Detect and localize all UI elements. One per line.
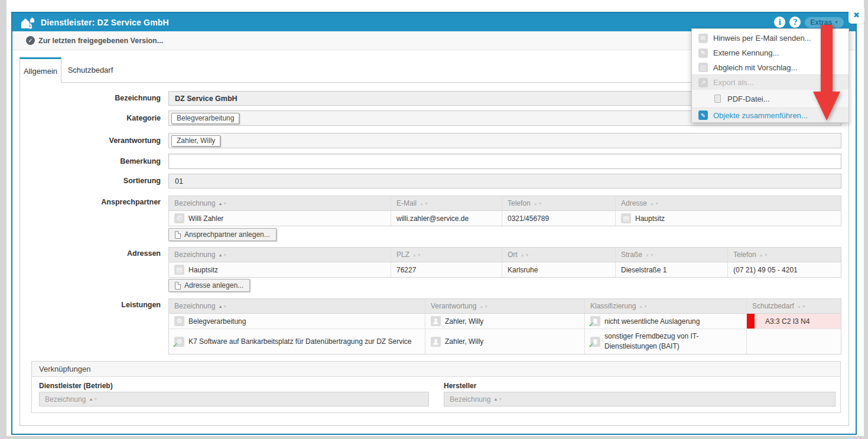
verantwortung-field[interactable]: Zahler, Willy	[168, 133, 841, 148]
menu-item-hinweis-email[interactable]: ✉ Hinweis per E-Mail senden...	[692, 31, 849, 45]
sort-icon[interactable]	[420, 201, 428, 206]
col-header[interactable]: Bezeichnung	[174, 302, 215, 310]
address-name[interactable]: Hauptsitz	[188, 266, 218, 274]
bemerkung-field-wrap	[168, 154, 841, 169]
merge-icon: ✎	[698, 110, 708, 120]
address-ort: Karlsruhe	[508, 266, 538, 274]
verantwortung-label: Verantwortung	[20, 136, 161, 145]
menu-item-objekte-zusammenfuehren[interactable]: ✎ Objekte zusammenführen...	[692, 108, 849, 122]
col-header[interactable]: Bezeichnung	[174, 199, 215, 207]
close-icon[interactable]: ✖	[849, 6, 864, 24]
bemerkung-label: Bemerkung	[20, 157, 161, 165]
col-header[interactable]: Schutzbedarf	[752, 302, 794, 310]
adressen-table: Bezeichnung PLZ Ort Straße Telefon ▤Haup…	[168, 247, 841, 278]
ansprechpartner-anlegen-button[interactable]: Ansprechpartner anlegen...	[168, 228, 277, 241]
sort-icon[interactable]	[639, 304, 648, 308]
col-header[interactable]: Telefon	[733, 251, 756, 259]
chevron-down-icon: ▼	[834, 20, 838, 24]
edit-icon: ✎	[698, 48, 708, 58]
table-row[interactable]: ✆Willi Zahler willi.zahler@service.de 03…	[169, 211, 841, 226]
bezeichnung-label: Bezeichnung	[20, 94, 161, 102]
menu-item-abgleich-vorschlag[interactable]: ◫ Abgleich mit Vorschlag...	[692, 60, 849, 75]
bemerkung-input[interactable]	[175, 157, 835, 165]
sort-icon[interactable]	[218, 304, 227, 308]
ansprechpartner-table: Bezeichnung E-Mail Telefon Adresse ✆Will…	[168, 196, 841, 226]
menu-item-label: Abgleich mit Vorschlag...	[713, 63, 797, 72]
extras-button[interactable]: Extras ▼	[805, 17, 844, 28]
col-header[interactable]: Ort	[508, 251, 518, 259]
sort-icon[interactable]	[218, 253, 227, 257]
menu-item-label: Hinweis per E-Mail senden...	[713, 34, 811, 43]
address-icon: ▤	[621, 213, 631, 223]
tab-allgemein[interactable]: Allgemein	[19, 57, 61, 83]
kategorie-label: Kategorie	[20, 114, 161, 122]
contact-email: willi.zahler@service.de	[396, 214, 469, 223]
sort-icon[interactable]	[89, 397, 97, 401]
verantwortung-chip[interactable]: Zahler, Willy	[171, 135, 220, 147]
leistung-name[interactable]: Belegverarbeitung	[188, 317, 246, 326]
extras-label: Extras	[810, 18, 832, 27]
col-header[interactable]: Verantwortung	[431, 302, 476, 310]
kategorie-chip[interactable]: Belegverarbeitung	[171, 113, 239, 124]
col-header[interactable]: Bezeichnung	[450, 395, 490, 404]
schutzbedarf-value: A3:3 C2 I3 N4	[765, 317, 810, 326]
table-row[interactable]: ⚙Belegverarbeitung Zahler, Willy ✓ nicht…	[169, 314, 841, 329]
leistung-name[interactable]: K7 Software auf Bankarbeitsplatz für Dat…	[188, 337, 412, 346]
info-icon[interactable]: i	[774, 17, 785, 28]
classification-icon: ✓	[590, 316, 600, 326]
leistung-klassifizierung[interactable]: sonstiger Fremdbezug von IT-Dienstleistu…	[604, 331, 741, 352]
new-document-icon	[175, 231, 181, 239]
leistung-verantwortung[interactable]: Zahler, Willy	[445, 337, 483, 346]
contact-phone: 0321/456789	[508, 214, 549, 223]
col-header[interactable]: Adresse	[621, 199, 647, 207]
tab-schutzbedarf[interactable]: Schutzbedarf	[61, 57, 119, 83]
leistung-klassifizierung[interactable]: nicht wesentliche Auslagerung	[604, 317, 700, 326]
menu-item-pdf-datei[interactable]: PDF-Datei...	[692, 90, 849, 108]
sort-icon[interactable]	[493, 397, 502, 401]
col-header[interactable]: PLZ	[396, 251, 409, 259]
sort-icon[interactable]	[650, 201, 659, 206]
menu-item-externe-kennung[interactable]: ✎ Externe Kennung...	[692, 45, 849, 60]
leistung-verantwortung[interactable]: Zahler, Willy	[445, 317, 483, 326]
button-label: Adresse anlegen...	[184, 281, 243, 290]
menu-item-export-als[interactable]: ↗ Export als...	[692, 75, 849, 90]
menu-item-label: Externe Kennung...	[713, 48, 779, 57]
contact-phone-icon: ✆	[174, 213, 184, 223]
person-icon	[431, 337, 441, 347]
contact-name[interactable]: Willi Zahler	[188, 214, 223, 223]
dialog-title: Dienstleister: DZ Service GmbH	[41, 18, 169, 27]
check-icon: ✓	[173, 342, 178, 349]
address-strasse: Dieselstraße 1	[621, 266, 667, 274]
service-provider-icon	[21, 16, 36, 29]
col-header[interactable]: Bezeichnung	[174, 251, 215, 259]
copy-icon: ◫	[698, 63, 708, 72]
sort-icon[interactable]	[521, 253, 529, 257]
last-approved-version-link[interactable]: ✓ Zur letzten freigegebenen Version...	[26, 36, 163, 45]
schutzbedarf-cell[interactable]: A3:3 C2 I3 N4	[746, 314, 841, 329]
sort-icon[interactable]	[218, 201, 227, 206]
verknuepfungen-section: Verknüpfungen Dienstleister (Betrieb) Be…	[31, 361, 841, 413]
address-telefon: (07 21) 49 05 - 4201	[733, 266, 798, 274]
col-header[interactable]: Telefon	[508, 199, 531, 207]
col-header[interactable]: Bezeichnung	[45, 395, 86, 404]
ansprechpartner-label: Ansprechpartner	[20, 198, 161, 206]
contact-address[interactable]: Hauptsitz	[635, 214, 665, 223]
sort-icon[interactable]	[797, 304, 806, 308]
col-header[interactable]: Straße	[621, 251, 642, 259]
sortierung-field[interactable]: 01	[168, 174, 841, 188]
check-icon: ✓	[589, 321, 594, 329]
help-icon[interactable]: ?	[789, 17, 801, 28]
leistungen-table: Bezeichnung Verantwortung Klassifizierun…	[168, 298, 841, 355]
ansprechpartner-header-row: Bezeichnung E-Mail Telefon Adresse	[169, 196, 841, 211]
sort-icon[interactable]	[534, 201, 542, 206]
dienstleister-betrieb-label: Dienstleister (Betrieb)	[39, 382, 113, 390]
col-header[interactable]: E-Mail	[396, 199, 417, 207]
sort-icon[interactable]	[645, 253, 654, 257]
table-row[interactable]: ▤Hauptsitz 76227 Karlsruhe Dieselstraße …	[169, 262, 841, 277]
sort-icon[interactable]	[479, 304, 488, 308]
sort-icon[interactable]	[412, 253, 421, 257]
col-header[interactable]: Klassifizierung	[590, 302, 636, 310]
adresse-anlegen-button[interactable]: Adresse anlegen...	[168, 279, 250, 292]
sort-icon[interactable]	[759, 253, 768, 257]
table-row[interactable]: ⚙✓ K7 Software auf Bankarbeitsplatz für …	[169, 329, 841, 354]
